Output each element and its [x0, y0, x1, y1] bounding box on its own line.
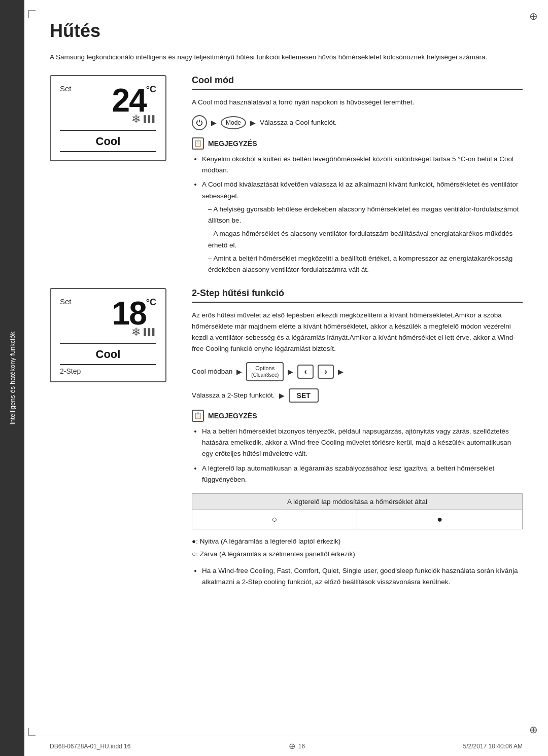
cool-modban-text: Cool módban	[192, 368, 232, 375]
footer-center: ⊕ 16	[289, 741, 305, 751]
set-label-2: Set	[60, 297, 72, 306]
fan-bars-1: ▌▌▌	[144, 115, 156, 123]
corner-mark-tl	[28, 10, 36, 18]
legend-1: ●: Nyitva (A légáramlás a légterelő lapt…	[192, 535, 523, 548]
display-divider-2	[60, 343, 156, 344]
mode-button-icon: Mode	[221, 116, 246, 129]
last-note-list: Ha a Wind-free Cooling, Fast, Comfort, Q…	[192, 565, 523, 588]
filled-symbol: ●	[437, 514, 442, 524]
display-set-row-2: Set 18 °C	[60, 297, 156, 330]
cool-mod-note-box: 📋 MEGJEGYZÉS Kényelmi okokból a kültéri …	[192, 137, 523, 276]
cool-sub-list: A helyiség gyorsabb lehűlése érdekében a…	[202, 204, 523, 276]
footer-left: DB68-06728A-01_HU.indd 16	[50, 743, 130, 750]
table-cell-filled: ●	[357, 510, 523, 529]
display-box-1: Set 24 °C ❄ ▌▌▌ Cool	[50, 75, 166, 161]
last-note: Ha a Wind-free Cooling, Fast, Comfort, Q…	[202, 565, 523, 588]
cool-mod-note-list: Kényelmi okokból a kültéri és beltéri le…	[192, 154, 523, 276]
cool-instruction-text: Válassza a Cool funkciót.	[260, 119, 337, 126]
two-step-note-1: Ha a beltéri hőmérséklet bizonyos tényez…	[202, 426, 523, 460]
step-label: 2-Step	[60, 367, 156, 375]
open-symbol: ○	[272, 514, 278, 524]
fan-bars-2: ▌▌▌	[144, 328, 156, 336]
note-title-1: MEGJEGYZÉS	[208, 139, 257, 148]
display-bottom-divider-2	[60, 364, 156, 365]
nav-right-btn[interactable]: ›	[318, 365, 334, 379]
legend-2: ○: Zárva (A légáramlás a szélmentes pane…	[192, 548, 523, 560]
temp-group-1: 24 °C	[112, 84, 156, 117]
two-step-section: Set 18 °C ❄ ▌▌▌ Cool 2-Step	[50, 288, 523, 591]
display-set-row-1: Set 24 °C	[60, 84, 156, 117]
table-header: A légterelő lap módosítása a hőmérséklet…	[192, 494, 523, 510]
two-step-title: 2-Step hűtési funkció	[192, 288, 523, 303]
two-step-body: Az erős hűtési művelet az első lépésben …	[192, 310, 523, 355]
display-box-2-container: Set 18 °C ❄ ▌▌▌ Cool 2-Step	[50, 288, 172, 591]
arrow-3: ▶	[236, 368, 242, 376]
two-step-content: 2-Step hűtési funkció Az erős hűtési műv…	[192, 288, 523, 591]
main-content: Hűtés A Samsung légkondicionáló intellig…	[24, 0, 548, 626]
cool-sub-note-3: Amint a beltéri hőmérséklet megközelíti …	[208, 253, 523, 276]
note-icon-1: 📋	[192, 137, 204, 150]
page-number: 16	[298, 743, 305, 750]
cool-mod-note-header: 📋 MEGJEGYZÉS	[192, 137, 523, 150]
page-title: Hűtés	[50, 20, 523, 42]
cool-note-1: Kényelmi okokból a kültéri és beltéri le…	[202, 154, 523, 176]
two-step-note-header: 📋 MEGJEGYZÉS	[192, 410, 523, 422]
cool-note-2-text: A Cool mód kiválasztását követően válass…	[202, 181, 519, 199]
table-cell-open: ○	[192, 510, 357, 529]
arrow-6: ▶	[279, 391, 285, 400]
sidebar-label: Intelligens és hatékony funkciók	[9, 332, 16, 425]
display-bottom-divider-1	[60, 151, 156, 152]
footer: DB68-06728A-01_HU.indd 16 ⊕ 16 5/2/2017 …	[24, 736, 548, 756]
two-step-note-2: A légterelő lap automatikusan a légáraml…	[202, 463, 523, 486]
note-title-2: MEGJEGYZÉS	[208, 412, 257, 420]
two-step-instruction-row-1: Cool módban ▶ Options(Clean3sec) ▶ ‹ › ▶	[192, 362, 523, 381]
options-label: Options(Clean3sec)	[251, 365, 279, 378]
corner-mark-br: ⊕	[529, 724, 538, 736]
arrow-5: ▶	[338, 368, 344, 376]
flap-table: A légterelő lap módosítása a hőmérséklet…	[192, 493, 523, 529]
celsius-1: °C	[146, 84, 156, 95]
page-container: ⊕ ⊕ Intelligens és hatékony funkciók Hűt…	[0, 0, 548, 756]
compass-icon-bottom: ⊕	[529, 724, 538, 736]
temp-value-2: 18	[112, 297, 146, 330]
footer-right: 5/2/2017 10:40:06 AM	[463, 743, 523, 750]
cool-mod-section: Set 24 °C ❄ ▌▌▌ Cool	[50, 75, 523, 283]
temp-group-2: 18 °C	[112, 297, 156, 330]
select-two-step-text: Válassza a 2-Step funkciót.	[192, 391, 275, 399]
power-button-icon	[192, 115, 207, 130]
cool-sub-note-1: A helyiség gyorsabb lehűlése érdekében a…	[208, 204, 523, 227]
note-icon-2: 📋	[192, 410, 204, 422]
cool-mod-content: Cool mód A Cool mód használatával a forr…	[192, 75, 523, 283]
two-step-note-list: Ha a beltéri hőmérséklet bizonyos tényez…	[192, 426, 523, 485]
arrow-4: ▶	[288, 368, 293, 376]
two-step-note-box: 📋 MEGJEGYZÉS Ha a beltéri hőmérséklet bi…	[192, 410, 523, 485]
options-button: Options(Clean3sec)	[246, 362, 284, 381]
mode-label-1: Cool	[60, 135, 156, 148]
corner-mark-tr: ⊕	[529, 10, 538, 22]
set-label-1: Set	[60, 84, 72, 93]
mode-label-2: Cool	[60, 348, 156, 361]
cool-sub-note-2: A magas hőmérséklet és alacsony ventilát…	[208, 228, 523, 251]
footer-compass-icon: ⊕	[289, 741, 295, 751]
compass-icon-top: ⊕	[529, 10, 538, 22]
temp-value-1: 24	[112, 84, 146, 117]
snowflake-icon-2: ❄	[131, 326, 141, 339]
celsius-2: °C	[146, 297, 156, 308]
set-button[interactable]: SET	[289, 388, 319, 403]
cool-mod-title: Cool mód	[192, 75, 523, 90]
display-box-1-container: Set 24 °C ❄ ▌▌▌ Cool	[50, 75, 172, 283]
cool-mod-body: A Cool mód használatával a forró nyári n…	[192, 97, 523, 108]
two-step-instruction-row-2: Válassza a 2-Step funkciót. ▶ SET	[192, 388, 523, 403]
intro-text: A Samsung légkondicionáló intelligens és…	[50, 52, 506, 63]
corner-mark-bl	[28, 728, 36, 736]
cool-mod-instruction-row: ▶ Mode ▶ Válassza a Cool funkciót.	[192, 115, 523, 130]
display-box-2: Set 18 °C ❄ ▌▌▌ Cool 2-Step	[50, 288, 166, 382]
arrow-1: ▶	[211, 119, 217, 127]
snowflake-icon-1: ❄	[131, 113, 141, 126]
legend: ●: Nyitva (A légáramlás a légterelő lapt…	[192, 535, 523, 560]
display-divider-1	[60, 130, 156, 131]
arrow-2: ▶	[250, 119, 256, 127]
sidebar: Intelligens és hatékony funkciók	[0, 0, 24, 756]
nav-left-btn[interactable]: ‹	[297, 365, 314, 379]
cool-note-2: A Cool mód kiválasztását követően válass…	[202, 179, 523, 275]
